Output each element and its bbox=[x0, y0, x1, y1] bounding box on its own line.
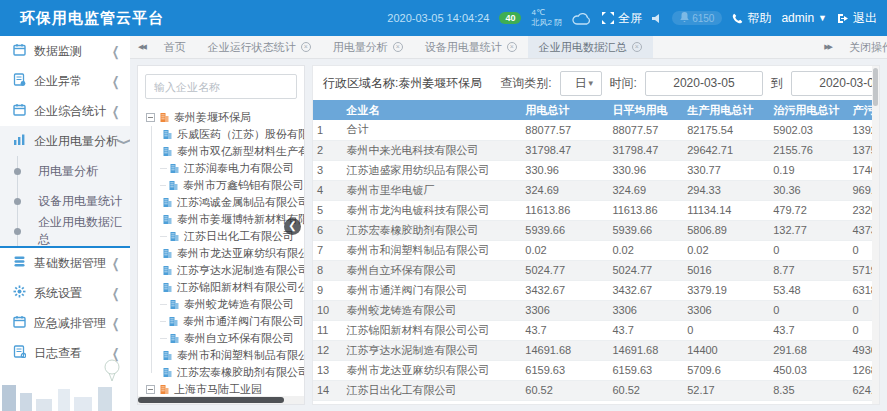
tree-node-company[interactable]: 泰州市万鑫钨钼有限公司 bbox=[160, 177, 304, 194]
sidebar-item-data-monitor[interactable]: 数据监测❮ bbox=[0, 36, 130, 66]
tree-node-company[interactable]: 泰州市龙达亚麻纺织有限公司 bbox=[160, 245, 304, 262]
table-row[interactable]: 13泰州市龙达亚麻纺织有限公司6159.636159.635709.6450.0… bbox=[313, 360, 880, 380]
help-button[interactable]: 帮助 bbox=[732, 10, 771, 27]
table-row[interactable]: 12江苏亨达水泥制造有限公司14691.6814691.6814400291.6… bbox=[313, 340, 880, 360]
value-cell: 6159.63 bbox=[608, 360, 683, 380]
table-header-index bbox=[313, 100, 342, 120]
value-cell: 0 bbox=[769, 300, 848, 320]
value-cell: 324.69 bbox=[608, 180, 683, 200]
table-row[interactable]: 6江苏宏泰橡胶助剂有限公司5939.665939.665806.89132.77… bbox=[313, 220, 880, 240]
tree-node-company[interactable]: 江苏润泰电力有限公司 bbox=[160, 160, 304, 177]
tree-node-company[interactable]: 泰州市姜堰博特新材料有限公司 bbox=[160, 211, 304, 228]
tab-0[interactable]: 首页 bbox=[153, 36, 197, 58]
tab-close-icon[interactable]: × bbox=[632, 42, 642, 52]
table-row[interactable]: 2泰州中来光电科技有限公司31798.4731798.4729642.71215… bbox=[313, 140, 880, 160]
tree-company-label: 泰州市万鑫钨钼有限公司 bbox=[183, 178, 304, 193]
tree-horizontal-scrollbar[interactable] bbox=[138, 396, 304, 404]
sidebar-item-system-settings[interactable]: 系统设置❮ bbox=[0, 278, 130, 308]
sidebar-item-power-analysis[interactable]: 企业用电量分析❮ bbox=[0, 126, 130, 156]
date-to-input[interactable] bbox=[791, 71, 880, 96]
tree-node-company[interactable]: 江苏亨达水泥制造有限公司 bbox=[160, 262, 304, 279]
sidebar-subitem-device-power-stats[interactable]: 设备用电量统计 bbox=[0, 186, 130, 216]
tree-node-company[interactable]: 乐威医药（江苏）股份有限公司 bbox=[160, 126, 304, 143]
table-header-col-4: 治污用电总计 bbox=[769, 100, 848, 120]
sidebar-subitem-power-usage-analysis[interactable]: 用电量分析 bbox=[0, 156, 130, 186]
tree-node-company[interactable]: 泰州市双亿新型材料生产有限公司 bbox=[160, 143, 304, 160]
sidebar-item-base-data[interactable]: 基础数据管理❮ bbox=[0, 248, 130, 278]
table-row[interactable]: 15泰州市姜堰博特新材料有限公司820.84820.84778.4342.424… bbox=[313, 400, 880, 405]
tab-close-icon[interactable]: × bbox=[301, 42, 311, 52]
tree-company-label: 泰州自立环保有限公司 bbox=[184, 331, 294, 346]
tree-node-company[interactable]: 泰州市和润塑料制品有限公司 bbox=[160, 347, 304, 364]
building-icon bbox=[162, 146, 173, 157]
speaker-muted-icon[interactable] bbox=[652, 13, 662, 24]
tree-node-company[interactable]: 江苏日出化工有限公司 bbox=[160, 228, 304, 245]
weather-info: 4℃ 北风2 阴 bbox=[531, 8, 562, 28]
value-cell: 0.02 bbox=[683, 240, 769, 260]
tree-node-company[interactable]: 泰州市通洋阀门有限公司 bbox=[160, 313, 304, 330]
tab-3[interactable]: 设备用电量统计× bbox=[414, 36, 528, 58]
row-index-cell: 10 bbox=[313, 300, 342, 320]
value-cell: 291.68 bbox=[769, 340, 848, 360]
table-row[interactable]: 1合计88077.5788077.5782175.545902.031392.3… bbox=[313, 120, 880, 140]
tree-node-company[interactable]: 江苏鸿诚金属制品有限公司 bbox=[160, 194, 304, 211]
tab-close-icon[interactable]: × bbox=[393, 42, 403, 52]
building-icon bbox=[162, 248, 173, 259]
table-row[interactable]: 14江苏日出化工有限公司60.5260.5252.178.35624.79 bbox=[313, 380, 880, 400]
tab-close-icon[interactable]: × bbox=[507, 42, 517, 52]
user-menu[interactable]: admin ▼ bbox=[781, 11, 827, 25]
table-row[interactable]: 4泰州市里华电镀厂324.69324.69294.3330.36969.47 bbox=[313, 180, 880, 200]
tab-label: 用电量分析 bbox=[333, 40, 388, 55]
tree-node-root[interactable]: 泰州姜堰环保局 bbox=[146, 109, 304, 126]
tree-children: 乐威医药（江苏）股份有限公司泰州市双亿新型材料生产有限公司江苏润泰电力有限公司泰… bbox=[151, 126, 304, 381]
chevron-left-icon: ❮ bbox=[112, 103, 119, 119]
row-index-cell: 6 bbox=[313, 220, 342, 240]
company-name-cell: 泰州市龙沟电镀科技有限公司 bbox=[342, 200, 521, 220]
company-name-cell: 泰州蛟龙铸造有限公司 bbox=[342, 300, 521, 320]
tabs-scroll-right-icon[interactable]: ▶▶ bbox=[816, 43, 839, 51]
table-row[interactable]: 10泰州蛟龙铸造有限公司33063306330600 bbox=[313, 300, 880, 320]
value-cell: 11613.86 bbox=[608, 200, 683, 220]
table-row[interactable]: 3江苏迪盛家用纺织品有限公司330.96330.96330.770.191740… bbox=[313, 160, 880, 180]
close-operations-menu[interactable]: 关闭操作 bbox=[839, 40, 887, 55]
value-cell: 132.77 bbox=[769, 220, 848, 240]
tree-collapse-button[interactable]: ❮ bbox=[284, 218, 301, 235]
sidebar-item-label: 企业用电量分析 bbox=[34, 133, 118, 150]
tree-node-company[interactable]: 江苏宏泰橡胶助剂有限公司 bbox=[160, 364, 304, 381]
tab-1[interactable]: 企业运行状态统计× bbox=[197, 36, 322, 58]
query-type-select[interactable]: 日 ▼ bbox=[560, 71, 602, 96]
company-name-cell: 泰州市通洋阀门有限公司 bbox=[342, 280, 521, 300]
sidebar-subitem-enterprise-power-summary[interactable]: 企业用电数据汇总 bbox=[0, 216, 130, 246]
row-index-cell: 2 bbox=[313, 140, 342, 160]
sidebar-item-label: 应急减排管理 bbox=[34, 315, 111, 332]
main-vertical-scrollbar[interactable] bbox=[872, 66, 879, 404]
tree-node-company[interactable]: 江苏锦阳新材料有限公司公司 bbox=[160, 279, 304, 296]
tree-node-company[interactable]: 泰州蛟龙铸造有限公司 bbox=[160, 296, 304, 313]
tree-expander-icon[interactable] bbox=[146, 113, 155, 122]
value-cell: 3379.19 bbox=[683, 280, 769, 300]
tree-expander-icon[interactable] bbox=[146, 385, 155, 394]
table-row[interactable]: 8泰州自立环保有限公司5024.775024.7750168.7757194.9… bbox=[313, 260, 880, 280]
date-from-input[interactable] bbox=[645, 71, 763, 96]
table-row[interactable]: 7泰州市和润塑料制品有限公司0.020.020.0200 bbox=[313, 240, 880, 260]
table-row[interactable]: 11江苏锦阳新材料有限公司公司43.743.7043.70 bbox=[313, 320, 880, 340]
sidebar-item-emergency-reduction[interactable]: 应急减排管理❮ bbox=[0, 308, 130, 338]
tab-2[interactable]: 用电量分析× bbox=[322, 36, 414, 58]
logout-icon bbox=[837, 13, 849, 24]
tree-company-label: 江苏宏泰橡胶助剂有限公司 bbox=[177, 365, 305, 380]
building-icon bbox=[159, 112, 170, 123]
table-row[interactable]: 5泰州市龙沟电镀科技有限公司11613.8611613.8611134.1447… bbox=[313, 200, 880, 220]
tab-4[interactable]: 企业用电数据汇总× bbox=[528, 36, 653, 58]
row-index-cell: 9 bbox=[313, 280, 342, 300]
fullscreen-button[interactable]: 全屏 bbox=[602, 10, 642, 27]
tree-node-company[interactable]: 泰州自立环保有限公司 bbox=[160, 330, 304, 347]
sidebar-item-enterprise-stats[interactable]: 企业综合统计❮ bbox=[0, 96, 130, 126]
logout-button[interactable]: 退出 bbox=[837, 10, 877, 27]
value-cell: 820.84 bbox=[608, 400, 683, 405]
table-row[interactable]: 9泰州市通洋阀门有限公司3432.673432.673379.1953.4863… bbox=[313, 280, 880, 300]
notification-badge[interactable]: 6150 bbox=[672, 11, 722, 25]
tabs-scroll-left-icon[interactable]: ◀◀ bbox=[130, 43, 153, 51]
sidebar-item-enterprise-abnormal[interactable]: 企业异常❮ bbox=[0, 66, 130, 96]
company-search-input[interactable] bbox=[145, 74, 297, 99]
tree-company-label: 泰州蛟龙铸造有限公司 bbox=[184, 297, 294, 312]
